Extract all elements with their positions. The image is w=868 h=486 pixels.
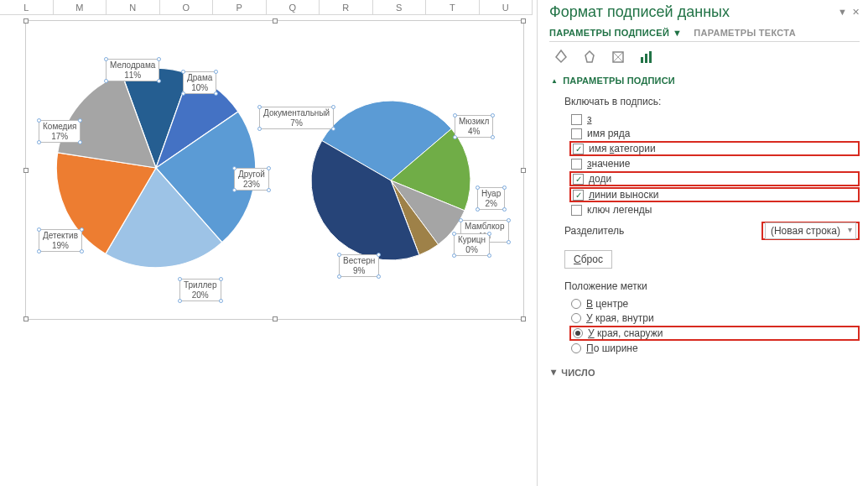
chart-handle[interactable] <box>23 168 29 173</box>
data-label[interactable]: Комедия17% <box>39 120 81 143</box>
svg-rect-4 <box>649 51 652 63</box>
position-center[interactable]: В центре <box>569 297 860 311</box>
include-label: Включать в подпись: <box>564 96 860 107</box>
chart-handle[interactable] <box>273 18 278 24</box>
chart-canvas[interactable]: Мелодрама11% Драма10% Другой23% Триллер2… <box>25 20 524 320</box>
chart-handle[interactable] <box>23 18 29 24</box>
col-U[interactable]: U <box>480 0 533 15</box>
tab-label-params[interactable]: ПАРАМЕТРЫ ПОДПИСЕЙ ▼ <box>549 28 682 38</box>
data-label[interactable]: Курицн0% <box>454 233 490 256</box>
chevron-down-icon: ▼ <box>673 28 682 38</box>
option-series-name[interactable]: имя ряда <box>569 127 860 140</box>
chart-handle[interactable] <box>521 168 526 173</box>
fill-icon[interactable] <box>553 49 569 65</box>
panel-close-icon[interactable]: ✕ <box>852 7 860 18</box>
column-headers: L M N O P Q R S T U <box>0 0 533 15</box>
position-label: Положение метки <box>564 280 860 292</box>
reset-button[interactable]: Сброс <box>564 250 612 269</box>
option-cells[interactable]: з <box>569 112 860 126</box>
col-Q[interactable]: Q <box>267 0 320 15</box>
panel-title-row: Формат подписей данных ▼ ✕ <box>549 3 860 21</box>
separator-label: Разделитель <box>564 225 624 237</box>
position-inside-end[interactable]: У края, внутри <box>569 311 860 325</box>
col-L[interactable]: L <box>0 0 54 15</box>
chart-handle[interactable] <box>273 316 278 321</box>
position-best-fit[interactable]: По ширине <box>569 342 860 355</box>
format-panel: Формат подписей данных ▼ ✕ ПАРАМЕТРЫ ПОД… <box>537 0 868 486</box>
option-value[interactable]: значение <box>569 157 860 170</box>
option-leader-lines[interactable]: линии выноски <box>569 187 860 202</box>
chart-handle[interactable] <box>521 18 526 24</box>
col-S[interactable]: S <box>373 0 427 15</box>
size-icon[interactable] <box>610 49 626 65</box>
col-R[interactable]: R <box>320 0 373 15</box>
data-label[interactable]: Документальный7% <box>259 107 334 129</box>
data-label[interactable]: Другой23% <box>234 168 269 191</box>
col-M[interactable]: M <box>54 0 107 15</box>
data-label[interactable]: Нуар2% <box>477 187 505 210</box>
option-dodi[interactable]: доди <box>569 171 860 186</box>
option-category-name[interactable]: имя категории <box>569 141 860 156</box>
svg-marker-0 <box>585 51 594 62</box>
col-P[interactable]: P <box>213 0 267 15</box>
panel-dropdown-icon[interactable]: ▼ <box>838 7 847 18</box>
data-label[interactable]: Мюзикл4% <box>455 115 493 138</box>
effects-icon[interactable] <box>581 49 598 65</box>
option-legend-key[interactable]: ключ легенды <box>569 203 860 217</box>
pie-chart-main[interactable] <box>51 63 261 273</box>
section-label-options[interactable]: ▲ПАРАМЕТРЫ ПОДПИСИ <box>551 76 860 86</box>
col-T[interactable]: T <box>426 0 480 15</box>
data-label[interactable]: Вестерн9% <box>339 254 379 277</box>
separator-select[interactable]: (Новая строка) <box>765 222 856 239</box>
col-N[interactable]: N <box>107 0 160 15</box>
svg-rect-3 <box>645 54 647 63</box>
data-label[interactable]: Детектив19% <box>39 229 82 252</box>
position-outside-end[interactable]: У края, снаружи <box>569 326 860 341</box>
col-O[interactable]: O <box>160 0 214 15</box>
chart-handle[interactable] <box>521 316 526 321</box>
panel-title: Формат подписей данных <box>549 3 730 21</box>
chart-handle[interactable] <box>23 316 29 321</box>
data-label[interactable]: Триллер20% <box>179 279 221 301</box>
tab-text-params[interactable]: ПАРАМЕТРЫ ТЕКСТА <box>694 28 796 38</box>
svg-rect-2 <box>641 57 643 63</box>
chart-options-icon[interactable] <box>638 49 655 65</box>
data-label[interactable]: Мелодрама11% <box>106 59 159 81</box>
data-label[interactable]: Драма10% <box>183 71 216 94</box>
section-number[interactable]: ▶ЧИСЛО <box>551 368 860 378</box>
